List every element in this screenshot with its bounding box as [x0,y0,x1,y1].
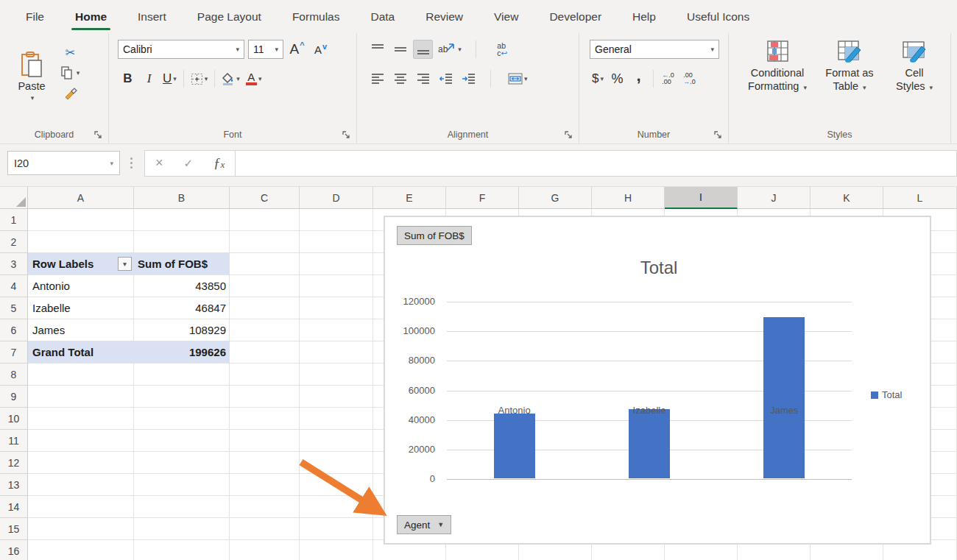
pivot-chart[interactable]: Sum of FOB$ Total 0200004000060000800001… [384,216,931,545]
cell-C9[interactable] [230,386,300,408]
column-header-B[interactable]: B [134,187,230,209]
cell-D2[interactable] [300,231,373,253]
cell-C4[interactable] [230,275,300,297]
tab-page-layout[interactable]: Page Layout [182,0,277,33]
increase-indent-button[interactable] [459,69,478,88]
cell-D13[interactable] [300,474,373,496]
cell-D3[interactable] [300,253,373,275]
column-header-I[interactable]: I [665,187,738,209]
cell-A11[interactable] [28,430,134,452]
tab-help[interactable]: Help [617,0,671,33]
cell-A9[interactable] [28,386,134,408]
cell-D16[interactable] [300,540,373,560]
bar-james[interactable] [763,317,805,478]
cell-C14[interactable] [230,496,300,518]
wrap-text-button[interactable]: abc↩ [492,40,512,59]
cell-C2[interactable] [230,231,300,253]
cut-button[interactable]: ✂ [60,43,80,62]
row-header-5[interactable]: 5 [0,297,28,319]
column-header-H[interactable]: H [592,187,665,209]
select-all-corner[interactable] [0,187,28,209]
copy-dropdown-arrow[interactable]: ▾ [77,69,80,77]
pivot-row-james[interactable]: James 108929 [28,319,230,341]
cell-B10[interactable] [134,408,230,430]
bar-antonio[interactable] [494,414,535,478]
pivot-header-row-labels[interactable]: Row Labels ▼ [28,253,134,275]
tab-view[interactable]: View [478,0,534,33]
fill-color-dropdown-arrow[interactable]: ▾ [236,75,240,82]
orientation-button[interactable]: ab ▾ [436,40,464,59]
cell-B12[interactable] [134,452,230,474]
row-labels-filter-button[interactable]: ▼ [118,257,132,271]
cell-A13[interactable] [28,474,134,496]
column-header-K[interactable]: K [811,187,883,209]
cell-D5[interactable] [300,297,373,319]
cell-D11[interactable] [300,430,373,452]
accounting-format-button[interactable]: $ ▾ [590,69,606,88]
conditional-formatting-button[interactable]: ConditionalFormatting ▾ [742,40,813,93]
row-header-15[interactable]: 15 [0,518,28,540]
cell-D14[interactable] [300,496,373,518]
row-header-3[interactable]: 3 [0,253,28,275]
column-header-J[interactable]: J [738,187,811,209]
cell-C15[interactable] [230,518,300,540]
row-header-12[interactable]: 12 [0,452,28,474]
borders-button[interactable]: ▾ [188,69,211,88]
row-header-13[interactable]: 13 [0,474,28,496]
cell-D8[interactable] [300,364,373,386]
number-dialog-launcher[interactable] [713,130,723,140]
chart-value-field-button[interactable]: Sum of FOB$ [397,226,472,245]
name-box[interactable]: I20 ▾ [7,151,120,175]
column-header-C[interactable]: C [230,187,300,209]
cell-C16[interactable] [230,540,300,560]
percent-style-button[interactable]: % [607,69,627,88]
chart-title[interactable]: Total [385,258,933,278]
paste-dropdown-arrow[interactable]: ▾ [31,94,35,102]
cell-A10[interactable] [28,408,134,430]
bold-button[interactable]: B [118,69,138,88]
pivot-header-sum-of-fob[interactable]: Sum of FOB$ [134,253,230,275]
cell-D10[interactable] [300,408,373,430]
tab-formulas[interactable]: Formulas [277,0,356,33]
cell-A15[interactable] [28,518,134,540]
column-header-E[interactable]: E [373,187,446,209]
cell-A1[interactable] [28,209,134,231]
row-header-14[interactable]: 14 [0,496,28,518]
row-header-16[interactable]: 16 [0,540,28,560]
pivot-row-izabelle[interactable]: Izabelle 46847 [28,297,230,319]
row-header-9[interactable]: 9 [0,386,28,408]
bottom-align-button[interactable] [413,40,433,59]
cell-A16[interactable] [28,540,134,560]
cell-B13[interactable] [134,474,230,496]
tab-insert[interactable]: Insert [122,0,182,33]
number-format-select[interactable]: General ▾ [590,40,719,59]
font-size-select[interactable]: 11 ▾ [248,40,283,59]
top-align-button[interactable] [367,40,387,59]
cell-D12[interactable] [300,452,373,474]
comma-style-button[interactable]: , [629,69,649,88]
cell-styles-button[interactable]: CellStyles ▾ [886,40,942,93]
cell-C5[interactable] [230,297,300,319]
tab-review[interactable]: Review [410,0,478,33]
italic-button[interactable]: I [139,69,159,88]
cell-A14[interactable] [28,496,134,518]
cell-C12[interactable] [230,452,300,474]
tab-developer[interactable]: Developer [534,0,617,33]
row-header-1[interactable]: 1 [0,209,28,231]
underline-dropdown-arrow[interactable]: ▾ [173,75,177,82]
cell-D6[interactable] [300,319,373,341]
row-header-2[interactable]: 2 [0,231,28,253]
cell-C6[interactable] [230,319,300,341]
tab-useful-icons[interactable]: Useful Icons [671,0,765,33]
column-header-D[interactable]: D [300,187,373,209]
column-header-G[interactable]: G [519,187,592,209]
pivot-row-antonio[interactable]: Antonio 43850 [28,275,230,297]
tab-home[interactable]: Home [60,0,122,33]
accounting-dropdown-arrow[interactable]: ▾ [600,75,604,82]
row-header-7[interactable]: 7 [0,341,28,364]
tab-data[interactable]: Data [355,0,410,33]
chart-legend[interactable]: Total [871,389,902,400]
pivot-row-grand-total[interactable]: Grand Total 199626 [28,341,230,364]
format-painter-button[interactable] [60,84,80,103]
column-header-A[interactable]: A [28,187,134,209]
